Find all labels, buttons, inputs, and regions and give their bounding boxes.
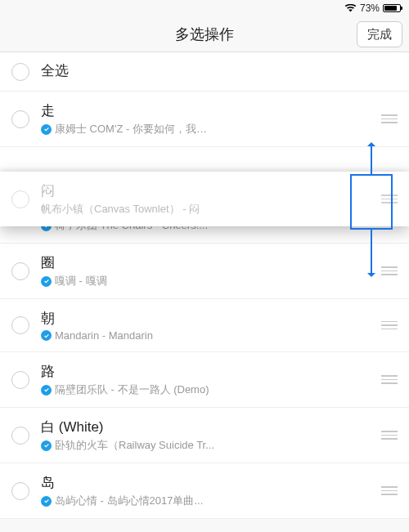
song-subtitle: 嘎调 - 嘎调 [55, 274, 107, 288]
song-list: 全选 走 康姆士 COM'Z - 你要如何，我… 岛 椅子乐团 The Chai… [0, 52, 409, 519]
song-title: 路 [41, 362, 378, 381]
nav-bar: 多选操作 完成 [0, 16, 409, 52]
row-checkbox[interactable] [11, 482, 29, 500]
wifi-icon [344, 3, 357, 13]
song-title: 白 (White) [41, 418, 378, 436]
battery-percent: 73% [360, 2, 380, 14]
song-title: 岛 [41, 473, 378, 492]
song-subtitle: 帆布小镇（Canvas Townlet） - 闷 [41, 202, 200, 217]
select-all-label: 全选 [41, 61, 398, 80]
status-bar: 73% [0, 0, 409, 16]
verified-icon [41, 124, 52, 135]
drag-handle-icon[interactable] [378, 486, 401, 495]
song-subtitle: 康姆士 COM'Z - 你要如何，我… [55, 122, 207, 136]
song-subtitle: 岛屿心情 - 岛屿心情2017单曲... [55, 494, 203, 508]
drag-handle-icon[interactable] [378, 375, 401, 384]
row-checkbox[interactable] [11, 262, 29, 280]
row-checkbox[interactable] [11, 110, 29, 128]
row-checkbox[interactable] [11, 427, 29, 445]
verified-icon [41, 385, 52, 396]
song-subtitle: 隔壁团乐队 - 不是一路人 (Demo) [55, 382, 209, 397]
dragged-row[interactable]: 闷 帆布小镇（Canvas Townlet） - 闷 [0, 172, 409, 226]
verified-icon [41, 330, 52, 341]
verified-icon [41, 496, 52, 507]
list-item[interactable]: 岛 岛屿心情 - 岛屿心情2017单曲... [0, 463, 409, 519]
select-all-row[interactable]: 全选 [0, 52, 409, 92]
song-title: 朝 [41, 309, 378, 328]
song-title: 圈 [41, 253, 378, 272]
row-checkbox[interactable] [11, 190, 29, 208]
song-subtitle: Mandarin - Mandarin [55, 329, 153, 342]
list-item[interactable]: 白 (White) 卧轨的火车（Railway Suicide Tr... [0, 408, 409, 463]
select-all-checkbox[interactable] [11, 63, 29, 81]
row-checkbox[interactable] [11, 371, 29, 389]
list-item[interactable]: 路 隔壁团乐队 - 不是一路人 (Demo) [0, 352, 409, 408]
list-item[interactable]: 圈 嘎调 - 嘎调 [0, 244, 409, 299]
drag-handle-icon[interactable] [378, 266, 401, 275]
list-item[interactable]: 走 康姆士 COM'Z - 你要如何，我… [0, 92, 409, 147]
song-subtitle: 卧轨的火车（Railway Suicide Tr... [55, 438, 214, 453]
drag-handle-icon[interactable] [378, 114, 401, 123]
verified-icon [41, 440, 52, 451]
row-checkbox[interactable] [11, 316, 29, 334]
song-title: 闷 [41, 181, 378, 200]
drag-handle-icon[interactable] [378, 194, 401, 203]
drag-handle-icon[interactable] [378, 321, 401, 330]
verified-icon [41, 276, 52, 287]
drag-handle-icon[interactable] [378, 431, 401, 440]
battery-icon [383, 4, 401, 12]
song-title: 走 [41, 101, 378, 120]
done-button[interactable]: 完成 [357, 21, 402, 47]
list-item[interactable]: 朝 Mandarin - Mandarin [0, 299, 409, 352]
page-title: 多选操作 [175, 25, 234, 44]
